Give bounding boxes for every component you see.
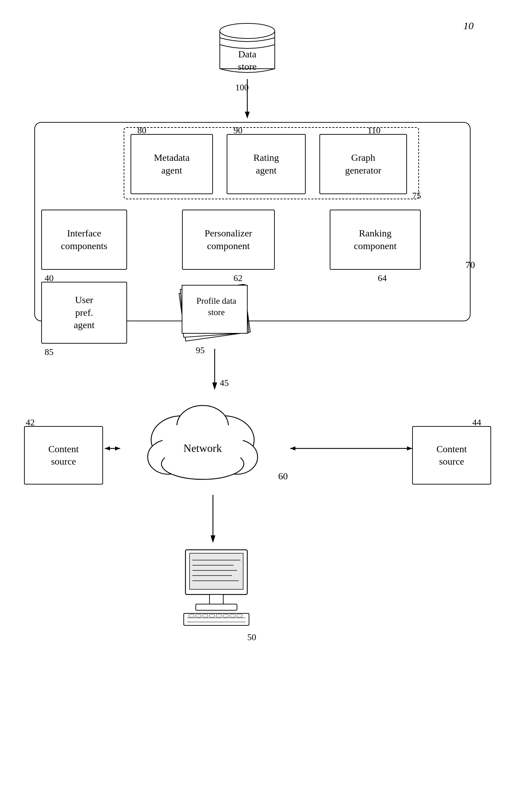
client-computer	[165, 546, 268, 632]
interface-components-label: Interfacecomponents	[61, 227, 107, 252]
arrow-right-content-network	[288, 443, 414, 454]
svg-point-1	[220, 23, 275, 38]
diagram: 10 Datastore 100 70 75 Metadataagent 80	[0, 0, 532, 801]
outer-system-ref: 70	[465, 259, 475, 270]
user-pref-agent-box: Userpref.agent	[41, 282, 127, 344]
graph-generator-box: Graphgenerator	[319, 134, 407, 194]
svg-marker-24	[211, 535, 215, 543]
connection-ref: 45	[220, 378, 229, 388]
user-pref-agent-ref: 85	[45, 347, 54, 357]
ranking-component-label: Rankingcomponent	[354, 227, 396, 252]
svg-marker-19	[115, 446, 120, 450]
svg-rect-33	[196, 604, 237, 610]
user-pref-agent-label: Userpref.agent	[74, 294, 95, 331]
content-source-left-label: Contentsource	[48, 443, 79, 468]
arrow-network-client	[206, 495, 220, 546]
profile-data-store: Profile datastore	[165, 278, 268, 347]
profile-data-store-ref: 95	[196, 345, 205, 356]
ranking-component-box: Rankingcomponent	[330, 210, 421, 270]
svg-marker-3	[245, 112, 250, 119]
profile-data-store-label: Profile datastore	[185, 296, 247, 318]
rating-agent-label: Ratingagent	[253, 152, 279, 177]
svg-marker-22	[407, 446, 412, 450]
arrow-datastore-down	[240, 79, 254, 124]
content-source-left-ref: 42	[26, 418, 35, 428]
metadata-agent-ref: 80	[137, 125, 146, 136]
dashed-group-ref: 75	[412, 191, 421, 201]
personalizer-component-box: Personalizercomponent	[182, 210, 275, 270]
svg-text:Network: Network	[183, 442, 222, 454]
arrow-profile-down	[208, 349, 222, 393]
client-ref: 50	[247, 632, 256, 643]
personalizer-component-label: Personalizercomponent	[205, 227, 252, 252]
arrow-left-content-network	[103, 443, 122, 454]
svg-rect-26	[190, 553, 243, 589]
metadata-agent-label: Metadataagent	[154, 152, 190, 177]
rating-agent-box: Ratingagent	[227, 134, 306, 194]
rating-agent-ref: 90	[234, 125, 242, 136]
content-source-left-box: Contentsource	[24, 426, 103, 485]
ranking-component-ref: 64	[378, 273, 387, 283]
interface-components-box: Interfacecomponents	[41, 210, 127, 270]
content-source-right-box: Contentsource	[412, 426, 491, 485]
network-ref: 60	[278, 471, 288, 482]
content-source-right-label: Contentsource	[437, 443, 467, 468]
svg-marker-8	[212, 382, 217, 390]
svg-marker-21	[290, 446, 295, 450]
figure-number: 10	[463, 20, 474, 32]
data-store-label: Datastore	[213, 48, 282, 73]
svg-rect-32	[210, 594, 223, 605]
network-cloud: Network	[117, 399, 288, 495]
metadata-agent-box: Metadataagent	[131, 134, 213, 194]
graph-generator-ref: 110	[367, 125, 381, 136]
graph-generator-label: Graphgenerator	[345, 152, 382, 177]
svg-marker-18	[105, 446, 110, 450]
data-store: Datastore	[213, 17, 282, 79]
content-source-right-ref: 44	[472, 418, 481, 428]
